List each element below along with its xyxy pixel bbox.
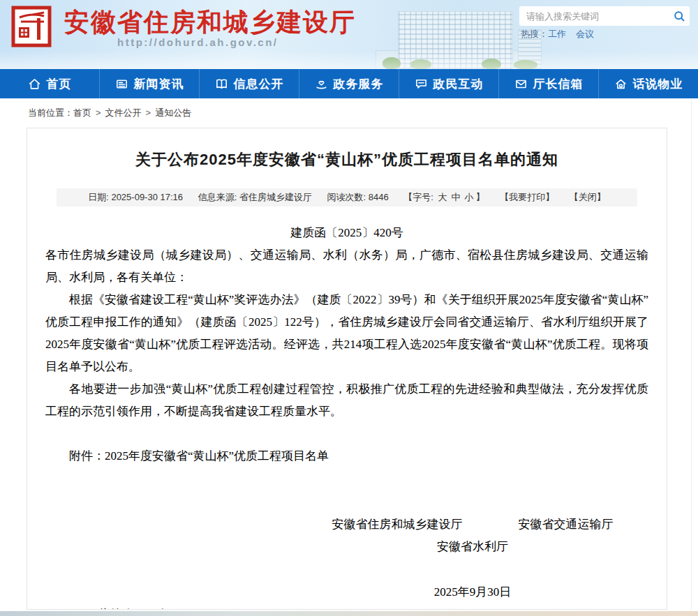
signature-block: 安徽省住房和城乡建设厅安徽省交通运输厅 安徽省水利厅 <box>45 513 648 558</box>
hot-search-row: 热搜：工作会议 <box>521 28 604 40</box>
print-button[interactable]: 【我要打印】 <box>500 192 554 202</box>
signature-water-dept: 安徽省水利厅 <box>297 536 648 558</box>
fontsize-option-button[interactable]: 小 <box>465 192 474 202</box>
page-edge-divider <box>691 100 692 610</box>
main-nav: 首页新闻资讯信息公开政务服务政民互动厅长信箱话说物业 <box>0 69 698 98</box>
breadcrumb: 当前位置：首页>文件公开>通知公告 <box>0 98 698 128</box>
nav-item-label: 信息公开 <box>234 76 284 92</box>
property-icon <box>614 77 628 91</box>
breadcrumb-separator: > <box>96 107 101 118</box>
hot-search-link[interactable]: 会议 <box>576 29 594 39</box>
nav-item-label: 政务服务 <box>334 76 384 92</box>
fontsize-option-button[interactable]: 大 <box>438 192 447 202</box>
article-container: 关于公布2025年度安徽省“黄山杯”优质工程项目名单的通知 日期: 2025-0… <box>27 128 667 610</box>
hot-search-label: 热搜： <box>521 29 548 39</box>
home-icon <box>28 77 41 91</box>
breadcrumb-item[interactable]: 首页 <box>73 107 91 118</box>
breadcrumb-item[interactable]: 通知公告 <box>155 107 191 118</box>
chat-icon <box>415 77 428 91</box>
article-meta-bar: 日期: 2025-09-30 17:16 信息来源: 省住房城乡建设厅 阅读次数… <box>57 188 637 206</box>
document-number: 建质函〔2025〕420号 <box>45 222 648 244</box>
search-input[interactable] <box>519 11 669 22</box>
attachment-line: 附件：2025年度安徽省“黄山杯”优质工程项目名单 <box>45 445 648 467</box>
meta-fontsize: 【字号: 大中小】 <box>403 192 484 202</box>
site-logo-icon <box>11 6 52 47</box>
building-tower <box>398 11 513 69</box>
site-title: 安徽省住房和城乡建设厅 <box>64 6 356 40</box>
search-box <box>519 6 690 26</box>
service-icon <box>315 77 328 91</box>
breadcrumb-label: 当前位置： <box>28 107 73 118</box>
nav-item-info-disclosure[interactable]: 信息公开 <box>199 69 299 98</box>
signature-housing-dept: 安徽省住房和城乡建设厅 <box>332 518 463 531</box>
nav-item-news[interactable]: 新闻资讯 <box>99 69 199 98</box>
breadcrumb-item[interactable]: 文件公开 <box>105 107 142 118</box>
search-button[interactable] <box>669 6 690 26</box>
footer-strip <box>0 611 698 616</box>
salutation-paragraph: 各市住房城乡建设局（城乡建设局）、交通运输局、水利（水务）局，广德市、宿松县住房… <box>45 244 648 289</box>
nav-item-label: 新闻资讯 <box>134 76 184 92</box>
meta-date: 日期: 2025-09-30 17:16 <box>88 192 183 202</box>
nav-item-label: 厅长信箱 <box>533 76 584 92</box>
fontsize-option-button[interactable]: 中 <box>452 192 461 202</box>
hot-search-link[interactable]: 工作 <box>548 29 566 39</box>
tree-icon <box>514 60 537 69</box>
nav-item-home[interactable]: 首页 <box>0 69 99 98</box>
info-disclosure-icon <box>215 77 228 91</box>
signature-line-1: 安徽省住房和城乡建设厅安徽省交通运输厅 <box>297 513 648 536</box>
nav-item-mailbox[interactable]: 厅长信箱 <box>498 69 598 98</box>
building-illustration <box>376 50 540 69</box>
close-button[interactable]: 【关闭】 <box>570 192 606 202</box>
nav-item-label: 话说物业 <box>633 76 683 92</box>
mailbox-icon <box>514 77 528 91</box>
body-paragraph: 根据《安徽省建设工程“黄山杯”奖评选办法》（建质〔2022〕39号）和《关于组织… <box>45 289 648 378</box>
nav-item-label: 政民互动 <box>433 76 484 92</box>
document-body: 建质函〔2025〕420号 各市住房城乡建设局（城乡建设局）、交通运输局、水利（… <box>45 222 648 610</box>
article-title: 关于公布2025年度安徽省“黄山杯”优质工程项目名单的通知 <box>27 149 667 170</box>
tree-icon <box>482 59 501 69</box>
signature-transport-dept: 安徽省交通运输厅 <box>519 518 614 531</box>
nav-item-chat[interactable]: 政民互动 <box>399 69 498 98</box>
site-url: http://dohurd.ah.gov.cn/ <box>117 36 279 48</box>
meta-views: 阅读次数: 8446 <box>327 192 389 202</box>
document-date: 2025年9月30日 <box>45 581 648 603</box>
footnote-partial: （此件公开发布） <box>45 603 648 610</box>
tree-icon <box>383 57 401 69</box>
page: 安徽省住房和城乡建设厅 http://dohurd.ah.gov.cn/ 热搜：… <box>0 0 698 616</box>
news-icon <box>115 77 128 91</box>
nav-item-property[interactable]: 话说物业 <box>598 69 698 98</box>
nav-item-label: 首页 <box>47 76 72 92</box>
site-header: 安徽省住房和城乡建设厅 http://dohurd.ah.gov.cn/ 热搜：… <box>0 0 698 69</box>
search-icon <box>674 10 685 22</box>
nav-item-service[interactable]: 政务服务 <box>299 69 399 98</box>
body-paragraph: 各地要进一步加强“黄山杯”优质工程创建过程管控，积极推广优质工程的先进经验和典型… <box>45 378 648 423</box>
meta-source: 信息来源: 省住房城乡建设厅 <box>198 192 312 202</box>
breadcrumb-separator: > <box>146 107 151 118</box>
tree-icon <box>410 59 431 69</box>
